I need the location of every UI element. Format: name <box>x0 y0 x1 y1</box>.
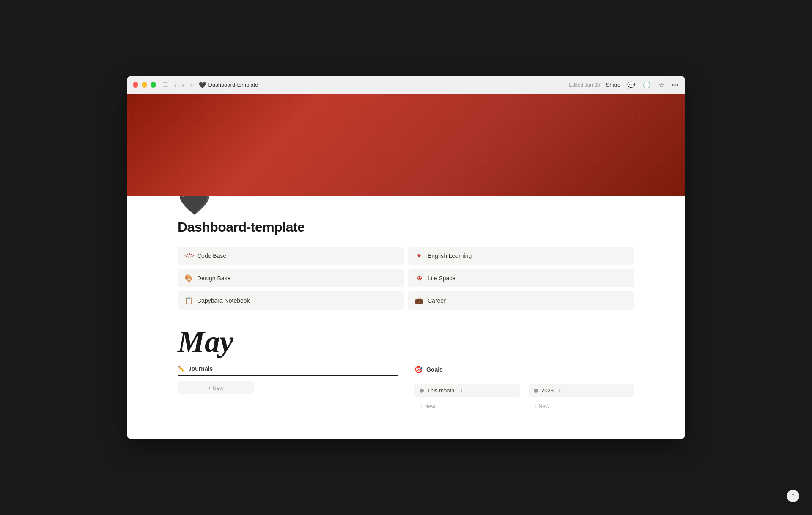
link-career-label: Career <box>428 297 446 304</box>
circle-icon: ⊕ <box>415 274 423 282</box>
link-career[interactable]: 💼 Career <box>408 291 634 310</box>
star-icon-button[interactable]: ☆ <box>658 80 665 90</box>
goal-2023-new-label: + New <box>534 403 549 409</box>
page-content: 🖤 Dashboard-template </> Code Base ♥ Eng… <box>127 94 685 429</box>
palette-icon: 🎨 <box>184 274 193 282</box>
journals-goals-section: ✏️ Journals + New 🎯 Goals <box>178 365 634 412</box>
quick-links-grid: </> Code Base ♥ English Learning 🎨 Desig… <box>178 247 634 310</box>
briefcase-icon: 💼 <box>415 296 423 304</box>
more-options-button[interactable]: ••• <box>671 80 679 89</box>
forward-button[interactable]: › <box>181 81 186 89</box>
help-button[interactable]: ? <box>787 490 799 502</box>
goal-2023-new-button[interactable]: + New <box>529 400 634 412</box>
clock-icon-button[interactable]: 🕐 <box>642 80 652 90</box>
share-button[interactable]: Share <box>606 82 621 88</box>
goal-2023-count: 0 <box>559 388 562 394</box>
titlebar-actions: Edited Jun 28 Share 💬 🕐 ☆ ••• <box>569 80 679 90</box>
link-capybara-notebook[interactable]: 📋 Capybara Notebook <box>178 291 404 310</box>
journals-column: ✏️ Journals + New <box>178 365 398 394</box>
main-content: 🖤 Dashboard-template </> Code Base ♥ Eng… <box>127 187 685 429</box>
goal-dot-2023 <box>534 389 538 393</box>
nav-buttons: ☰ ‹ › + <box>161 81 195 89</box>
link-code-base[interactable]: </> Code Base <box>178 247 404 265</box>
titlebar-page-name: Dashboard-template <box>208 82 258 88</box>
goal-thismonth-label: This month <box>427 387 454 394</box>
page-title: Dashboard-template <box>178 219 634 235</box>
link-design-base[interactable]: 🎨 Design Base <box>178 269 404 287</box>
link-life-space-label: Life Space <box>428 275 455 282</box>
add-page-button[interactable]: + <box>188 81 195 89</box>
comment-icon-button[interactable]: 💬 <box>626 80 636 90</box>
pencil-icon: ✏️ <box>178 365 185 372</box>
journals-header: ✏️ Journals <box>178 365 398 376</box>
minimize-button[interactable] <box>142 82 147 88</box>
edited-timestamp: Edited Jun 28 <box>569 82 600 88</box>
goals-groups: This month 0 + New 2023 0 <box>414 384 634 412</box>
fullscreen-button[interactable] <box>151 82 156 88</box>
goal-group-2023-header: 2023 0 <box>529 384 634 397</box>
goals-icon: 🎯 <box>414 365 423 373</box>
titlebar: ☰ ‹ › + 🖤 Dashboard-template Edited Jun … <box>127 76 685 94</box>
goals-column: 🎯 Goals This month 0 + New <box>414 365 634 412</box>
link-english-learning[interactable]: ♥ English Learning <box>408 247 634 265</box>
goal-group-thismonth-header: This month 0 <box>414 384 520 397</box>
goals-title: Goals <box>426 366 443 373</box>
hero-banner <box>127 94 685 196</box>
link-capybara-notebook-label: Capybara Notebook <box>197 297 250 304</box>
goal-group-2023: 2023 0 + New <box>529 384 634 412</box>
close-button[interactable] <box>133 82 138 88</box>
month-heading: May <box>178 326 634 357</box>
link-design-base-label: Design Base <box>197 275 230 282</box>
link-code-base-label: Code Base <box>197 252 226 259</box>
goal-group-thismonth: This month 0 + New <box>414 384 520 412</box>
help-icon: ? <box>791 493 795 499</box>
traffic-lights <box>133 82 156 88</box>
journals-new-button[interactable]: + New <box>178 381 254 394</box>
goal-thismonth-new-label: + New <box>420 403 435 409</box>
app-window: ☰ ‹ › + 🖤 Dashboard-template Edited Jun … <box>127 76 685 439</box>
goal-2023-label: 2023 <box>541 387 554 394</box>
sidebar-toggle-button[interactable]: ☰ <box>161 81 170 89</box>
page-title-bar: 🖤 Dashboard-template <box>199 82 258 88</box>
goals-header: 🎯 Goals <box>414 365 634 377</box>
page-icon-small: 🖤 <box>199 82 206 88</box>
link-life-space[interactable]: ⊕ Life Space <box>408 269 634 287</box>
goal-thismonth-new-button[interactable]: + New <box>414 400 520 412</box>
notebook-icon: 📋 <box>184 296 193 304</box>
journals-new-label: + New <box>208 385 223 391</box>
heart-icon: ♥ <box>415 252 423 260</box>
back-button[interactable]: ‹ <box>173 81 178 89</box>
link-english-learning-label: English Learning <box>428 252 472 259</box>
code-icon: </> <box>184 252 193 260</box>
goal-dot-thismonth <box>420 389 424 393</box>
journals-title: Journals <box>188 365 213 372</box>
goal-thismonth-count: 0 <box>459 388 462 394</box>
